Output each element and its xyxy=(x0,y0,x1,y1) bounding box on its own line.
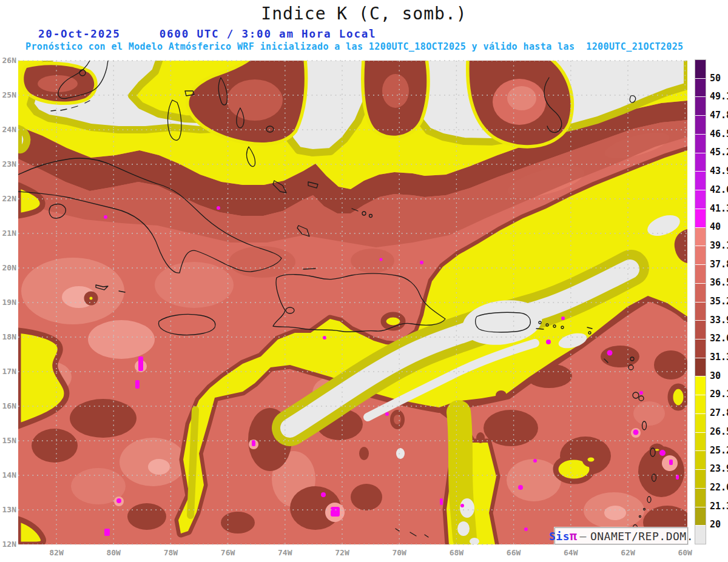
contour-field xyxy=(18,56,692,545)
colorbar-tick-label: 39.1 xyxy=(710,240,728,251)
colorbar-tick-label: 31.3 xyxy=(710,352,728,363)
colorbar-segment xyxy=(695,228,706,246)
lat-tick-label: 17N xyxy=(0,367,16,376)
lat-tick-label: 21N xyxy=(0,229,16,238)
colorbar-tick-label: 27.8 xyxy=(710,407,728,418)
colorbar-tick-label: 29.1 xyxy=(710,389,728,400)
colorbar-segment xyxy=(695,340,706,358)
lat-tick-label: 14N xyxy=(0,470,16,480)
lat-tick-label: 22N xyxy=(0,194,16,203)
lat-tick-label: 16N xyxy=(0,401,16,410)
colorbar-segment xyxy=(695,265,706,283)
colorbar-segment xyxy=(695,376,706,395)
attribution-org: ONAMET/REP.DOM. xyxy=(590,530,693,543)
colorbar-segment xyxy=(695,60,706,78)
attribution-badge: Sis π – ONAMET/REP.DOM. xyxy=(554,527,688,544)
colorbar-segment xyxy=(695,303,706,321)
colorbar-segment xyxy=(695,470,706,488)
lat-tick-label: 13N xyxy=(0,505,16,514)
valid-time-line: 20-Oct-20250600 UTC / 3:00 am Hora Local xyxy=(38,28,376,40)
colorbar-segment xyxy=(695,395,706,413)
k-index-forecast-page: Indice K (C, somb.) 20-Oct-20250600 UTC … xyxy=(0,0,728,562)
map-canvas xyxy=(0,0,728,562)
colorbar-tick-label: 35.2 xyxy=(710,296,728,307)
attribution-dash: – xyxy=(578,530,590,543)
lon-tick-label: 82W xyxy=(43,548,70,557)
colorbar-tick-label: 47.8 xyxy=(710,110,728,121)
page-title: Indice K (C, somb.) xyxy=(0,4,728,24)
colorbar-tick-label: 46.5 xyxy=(710,129,728,139)
colorbar-tick-label: 21.3 xyxy=(710,501,728,512)
lon-tick-label: 72W xyxy=(329,548,356,557)
colorbar-tick-label: 40 xyxy=(710,221,721,232)
colorbar-segment xyxy=(695,209,706,227)
lon-tick-label: 70W xyxy=(386,548,413,557)
colorbar-tick-label: 50 xyxy=(710,73,721,84)
lon-tick-label: 78W xyxy=(157,548,184,557)
colorbar-tick-label: 26.5 xyxy=(710,426,728,437)
colorbar-segment xyxy=(695,246,706,264)
pi-logo-icon: π xyxy=(570,529,578,543)
colorbar-segment xyxy=(695,153,706,172)
lon-tick-label: 76W xyxy=(215,548,241,557)
colorbar-tick-label: 36.5 xyxy=(710,277,728,288)
colorbar-tick-label: 23.9 xyxy=(710,463,728,474)
colorbar-segment xyxy=(695,507,706,526)
lat-tick-label: 12N xyxy=(0,540,16,549)
attribution-sis: Sis xyxy=(549,530,570,543)
lat-tick-label: 23N xyxy=(0,159,16,169)
colorbar-segment xyxy=(695,172,706,190)
colorbar-tick-label: 49.1 xyxy=(710,91,728,102)
colorbar xyxy=(695,59,706,544)
lon-tick-label: 68W xyxy=(443,548,470,557)
colorbar-segment xyxy=(695,116,706,134)
lon-tick-label: 60W xyxy=(672,548,698,557)
lon-tick-label: 62W xyxy=(615,548,641,557)
colorbar-tick-label: 41.3 xyxy=(710,203,728,214)
lon-tick-label: 64W xyxy=(558,548,584,557)
colorbar-tick-label: 42.6 xyxy=(710,184,728,195)
lat-tick-label: 15N xyxy=(0,436,16,445)
lon-tick-label: 80W xyxy=(100,548,127,557)
colorbar-segment xyxy=(695,358,706,376)
colorbar-tick-label: 43.9 xyxy=(710,166,728,176)
colorbar-tick-label: 22.6 xyxy=(710,482,728,493)
time-label: 0600 UTC / 3:00 am Hora Local xyxy=(160,28,377,40)
colorbar-segment xyxy=(695,321,706,339)
colorbar-segment xyxy=(695,284,706,302)
colorbar-segment xyxy=(695,135,706,153)
colorbar-segment xyxy=(695,526,706,544)
colorbar-segment xyxy=(695,190,706,209)
colorbar-tick-label: 20 xyxy=(710,519,721,530)
colorbar-tick-label: 30 xyxy=(710,370,721,381)
lon-tick-label: 74W xyxy=(272,548,298,557)
colorbar-segment xyxy=(695,97,706,115)
lat-tick-label: 18N xyxy=(0,332,16,341)
colorbar-segment xyxy=(695,489,706,507)
lat-tick-label: 19N xyxy=(0,298,16,307)
date-label: 20-Oct-2025 xyxy=(38,28,121,40)
colorbar-segment xyxy=(695,414,706,432)
colorbar-segment xyxy=(695,433,706,451)
lat-tick-label: 20N xyxy=(0,263,16,272)
colorbar-segment xyxy=(695,451,706,469)
lon-tick-label: 66W xyxy=(500,548,527,557)
lat-tick-label: 25N xyxy=(0,90,16,99)
lat-tick-label: 24N xyxy=(0,125,16,134)
colorbar-tick-label: 33.9 xyxy=(710,315,728,326)
colorbar-tick-label: 25.2 xyxy=(710,445,728,456)
colorbar-tick-label: 45.2 xyxy=(710,147,728,158)
model-info-line: Pronóstico con el Modelo Atmósferico WRF… xyxy=(25,41,684,52)
colorbar-tick-label: 37.8 xyxy=(710,259,728,270)
colorbar-tick-label: 32.6 xyxy=(710,333,728,344)
lat-tick-label: 26N xyxy=(0,56,16,65)
colorbar-segment xyxy=(695,79,706,97)
